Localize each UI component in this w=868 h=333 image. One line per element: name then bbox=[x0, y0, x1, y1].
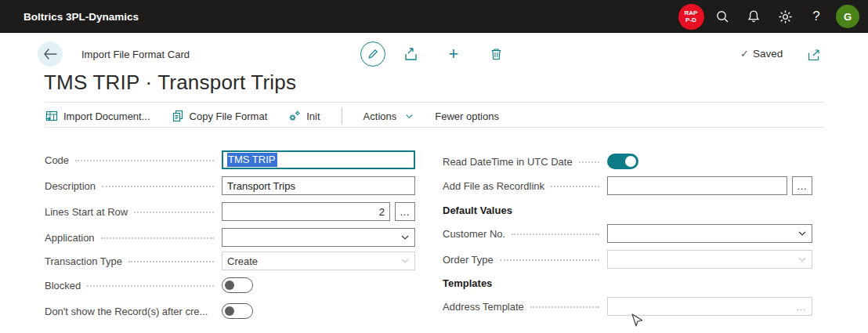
customer-no-label: Customer No. bbox=[443, 228, 505, 240]
copy-icon bbox=[172, 110, 184, 122]
back-arrow-icon bbox=[43, 49, 57, 60]
toggle-knob bbox=[225, 281, 234, 290]
blocked-toggle[interactable] bbox=[222, 277, 253, 293]
toggle-knob bbox=[225, 306, 234, 316]
field-address-template: Address Template … bbox=[443, 297, 812, 316]
chevron-down-icon bbox=[797, 229, 807, 238]
fewer-options-label: Fewer options bbox=[435, 110, 499, 122]
share-button[interactable] bbox=[401, 45, 420, 63]
action-import-document-label: Import Document... bbox=[63, 110, 150, 122]
breadcrumb[interactable]: Import File Format Card bbox=[81, 49, 190, 60]
description-input[interactable]: Transport Trips bbox=[222, 176, 415, 195]
avatar-initial: G bbox=[844, 11, 852, 23]
field-application: Application bbox=[45, 228, 415, 247]
plus-icon: + bbox=[449, 46, 459, 62]
order-type-dropdown bbox=[607, 250, 812, 269]
field-blocked: Blocked bbox=[45, 276, 415, 295]
code-input[interactable]: TMS TRIP bbox=[222, 150, 415, 169]
add-file-recordlink-input[interactable] bbox=[607, 176, 787, 195]
pencil-icon bbox=[367, 48, 379, 60]
dotted-leader bbox=[75, 160, 214, 161]
chevron-down-icon bbox=[797, 255, 807, 264]
settings-button[interactable] bbox=[769, 0, 801, 33]
action-init[interactable]: Init bbox=[288, 110, 320, 122]
chevron-down-icon bbox=[400, 256, 410, 266]
chevron-down-icon bbox=[400, 233, 410, 242]
field-customer-no: Customer No. bbox=[443, 224, 812, 243]
delete-button[interactable] bbox=[486, 45, 505, 63]
order-type-label: Order Type bbox=[443, 254, 494, 266]
badge-line1: RAP bbox=[685, 9, 698, 16]
toggle-knob bbox=[625, 156, 636, 167]
action-copy-file-format[interactable]: Copy File Format bbox=[172, 110, 268, 122]
ellipsis-icon: … bbox=[796, 301, 807, 313]
actions-menu[interactable]: Actions bbox=[363, 110, 414, 122]
notifications-button[interactable] bbox=[738, 0, 769, 33]
add-file-assist-button[interactable]: … bbox=[792, 176, 812, 195]
code-label: Code bbox=[45, 154, 69, 166]
search-icon bbox=[715, 9, 729, 24]
gears-icon bbox=[288, 110, 301, 122]
application-dropdown[interactable] bbox=[222, 228, 415, 247]
page-title: TMS TRIP · Transport Trips bbox=[44, 71, 296, 95]
divider-actionbar bbox=[45, 127, 823, 128]
action-import-document[interactable]: Import Document... bbox=[45, 110, 150, 122]
chevron-down-icon bbox=[405, 112, 414, 121]
help-button[interactable]: ? bbox=[801, 0, 832, 33]
lines-start-assist-button[interactable]: … bbox=[395, 202, 415, 221]
dont-show-records-toggle[interactable] bbox=[222, 303, 253, 319]
save-status: ✓ Saved bbox=[740, 48, 783, 60]
read-datetime-utc-label: Read DateTime in UTC Date bbox=[443, 156, 573, 168]
actionbar-separator bbox=[342, 107, 342, 125]
field-lines-start-at-row: Lines Start at Row 2 … bbox=[45, 202, 415, 221]
popout-button[interactable] bbox=[804, 45, 823, 64]
field-code: Code TMS TRIP bbox=[45, 150, 415, 169]
dotted-leader bbox=[500, 259, 599, 261]
group-header-templates: Templates bbox=[443, 277, 492, 289]
dotted-leader bbox=[530, 306, 599, 308]
address-template-label: Address Template bbox=[443, 301, 524, 313]
field-transaction-type: Transaction Type Create bbox=[45, 252, 415, 270]
app-title[interactable]: Boltrics 3PL-Dynamics bbox=[24, 11, 139, 23]
mouse-cursor bbox=[631, 313, 642, 329]
field-description: Description Transport Trips bbox=[45, 176, 415, 195]
top-app-bar: Boltrics 3PL-Dynamics RAP P-D bbox=[0, 0, 868, 33]
back-button[interactable] bbox=[38, 42, 63, 67]
transaction-type-dropdown: Create bbox=[222, 252, 415, 270]
read-datetime-utc-toggle[interactable] bbox=[607, 154, 638, 169]
gear-icon bbox=[778, 9, 793, 24]
divider-top bbox=[45, 102, 823, 103]
search-button[interactable] bbox=[707, 0, 738, 33]
edit-button[interactable] bbox=[360, 42, 385, 67]
save-status-label: Saved bbox=[753, 48, 783, 60]
dotted-leader bbox=[128, 261, 214, 262]
dotted-leader bbox=[101, 237, 214, 239]
environment-badge-circle: RAP P-D bbox=[678, 4, 704, 30]
blocked-label: Blocked bbox=[45, 280, 81, 291]
new-record-button[interactable]: + bbox=[444, 45, 463, 63]
environment-badge[interactable]: RAP P-D bbox=[675, 0, 707, 33]
fewer-options-button[interactable]: Fewer options bbox=[435, 110, 499, 122]
transaction-type-value: Create bbox=[227, 255, 258, 267]
account-button[interactable]: G bbox=[832, 0, 863, 33]
help-icon: ? bbox=[812, 9, 819, 24]
application-label: Application bbox=[45, 232, 95, 244]
customer-no-dropdown[interactable] bbox=[607, 224, 812, 243]
group-header-default-values: Default Values bbox=[443, 205, 512, 216]
add-file-recordlink-label: Add File as Recordlink bbox=[443, 180, 544, 192]
check-icon: ✓ bbox=[740, 48, 749, 60]
dotted-leader bbox=[87, 285, 214, 287]
code-value-selected: TMS TRIP bbox=[227, 153, 277, 167]
ellipsis-icon: … bbox=[400, 206, 410, 218]
bell-icon bbox=[747, 9, 761, 24]
description-label: Description bbox=[45, 180, 96, 192]
dotted-leader bbox=[579, 161, 599, 163]
description-value: Transport Trips bbox=[227, 180, 295, 192]
badge-line2: P-D bbox=[685, 16, 696, 24]
dotted-leader bbox=[102, 186, 214, 187]
field-order-type: Order Type bbox=[443, 250, 812, 269]
field-dont-show-records: Don't show the Record(s) after cre... bbox=[45, 302, 415, 320]
lines-start-input[interactable]: 2 bbox=[222, 202, 390, 221]
action-bar: Import Document... Copy File Format Ini bbox=[45, 106, 520, 126]
actions-menu-label: Actions bbox=[363, 110, 397, 122]
